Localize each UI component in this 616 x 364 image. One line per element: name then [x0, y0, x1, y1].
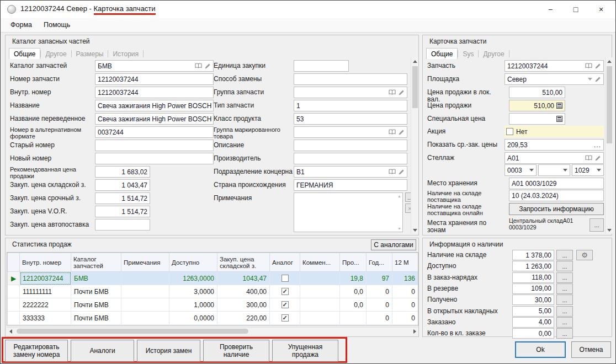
cell-available[interactable]: 1,0000 [169, 298, 217, 312]
field-input[interactable]: 12120037244 [95, 73, 214, 85]
shelf-combo[interactable] [538, 164, 570, 176]
field-input[interactable]: 10 (24.03.2024) [509, 190, 604, 201]
checkbox[interactable] [506, 128, 513, 135]
cell-year[interactable]: 0 [367, 298, 392, 312]
notes-memo[interactable]: ▲▼ [294, 192, 403, 232]
maximize-button[interactable]: □ [563, 1, 588, 18]
menu-item-help[interactable]: Помощь [44, 21, 70, 29]
field-input[interactable] [95, 140, 214, 151]
catalog-vscrollbar-up-icon[interactable] [411, 57, 419, 65]
cell-m0[interactable] [418, 312, 419, 325]
memo-scroll-up-icon[interactable]: ▲ [397, 194, 401, 198]
cell-num[interactable]: 333333 [20, 312, 71, 325]
field-input[interactable] [294, 140, 407, 151]
cell-year[interactable]: 0 [367, 285, 392, 298]
tab-sys[interactable]: Sys [458, 49, 478, 59]
field-input[interactable] [294, 126, 407, 138]
stats-hscrollbar[interactable] [7, 327, 418, 335]
column-header[interactable]: Закуп. цена складской з. [217, 253, 270, 272]
field-input[interactable]: ГЕРМАНИЯ [294, 179, 407, 191]
book-lookup-icon[interactable] [585, 63, 592, 69]
field-input[interactable] [95, 219, 150, 231]
field-input[interactable]: БМВ [95, 60, 214, 72]
pencil-edit-icon[interactable] [398, 89, 405, 96]
cell-available[interactable]: 0,0000 [169, 312, 217, 325]
field-input[interactable] [95, 153, 214, 164]
cell-year[interactable]: 97 [367, 272, 392, 285]
card-vscrollbar-up-icon[interactable] [606, 57, 613, 65]
cell-comment[interactable] [300, 312, 340, 325]
field-input[interactable]: 1 514,72 [95, 192, 150, 204]
cell-price[interactable]: 400,00 [217, 285, 270, 298]
availability-ellipsis-button[interactable]: ... [556, 283, 573, 294]
cell-notes[interactable] [121, 312, 169, 325]
shelf-combo[interactable]: 1029 [572, 164, 604, 176]
field-input[interactable]: Свеча зажигания High Power BOSCH [95, 113, 214, 125]
request-info-button[interactable]: Запросить информацию [509, 203, 604, 215]
availability-ellipsis-button[interactable]: ... [556, 261, 573, 271]
cell-num[interactable]: 12120037244 [20, 272, 71, 285]
table-row[interactable]: 2222222Почти БМВ1,0000300,00✓0,000 [8, 298, 419, 312]
dropdown-arrow-icon[interactable] [529, 169, 534, 172]
menu-item-forma[interactable]: Форма [10, 21, 32, 29]
field-input[interactable] [294, 153, 407, 164]
cell-available[interactable]: 3,0000 [169, 285, 217, 298]
cell-m12[interactable]: 0 [392, 285, 418, 298]
close-button[interactable]: × [588, 1, 614, 18]
field-input[interactable]: 1 683,02 [95, 166, 150, 178]
cell-pro[interactable]: 19,8 [340, 272, 367, 285]
field-input[interactable]: 12120037244 [95, 87, 214, 98]
column-header[interactable]: Коммен... [300, 253, 340, 272]
cell-m12[interactable]: 136 [392, 272, 418, 285]
tab-другое[interactable]: Другое [479, 49, 508, 59]
tab-история[interactable]: История [108, 49, 143, 59]
cell-pro[interactable]: 0,0 [340, 285, 367, 298]
pencil-edit-icon[interactable] [594, 155, 601, 162]
field-input[interactable]: 1 [294, 100, 407, 111]
column-header[interactable]: М - 0 [418, 253, 419, 272]
cell-m0[interactable] [418, 285, 419, 298]
cell-catalog[interactable]: Почти БМВ [71, 298, 121, 312]
tab-общие[interactable]: Общие [9, 48, 40, 59]
book-lookup-icon[interactable] [585, 155, 592, 161]
ellipsis-button[interactable]: ... [594, 141, 601, 149]
book-lookup-icon[interactable] [389, 169, 396, 175]
stats-hscroll-thumb[interactable] [17, 329, 248, 334]
analog-checkbox[interactable] [282, 275, 289, 282]
tab-размеры[interactable]: Размеры [72, 49, 108, 59]
availability-ellipsis-button[interactable]: ... [556, 250, 573, 260]
column-header[interactable]: Доступно [169, 253, 217, 272]
table-row[interactable]: 333333Почти БМВ0,0000220,00✓00 [8, 312, 419, 325]
card-vscrollbar-down-icon[interactable] [606, 226, 613, 234]
field-input[interactable]: 1 043,47 [95, 179, 150, 191]
cell-m0[interactable] [418, 298, 419, 312]
cell-pro[interactable] [340, 312, 367, 325]
dropdown-arrow-icon[interactable] [563, 169, 567, 172]
dropdown-arrow-icon[interactable] [588, 78, 592, 81]
catalog-vscrollbar-down-icon[interactable] [411, 226, 419, 234]
with-analogs-button[interactable]: С аналогами [371, 239, 416, 250]
scroll-right-arrow-icon[interactable] [411, 328, 418, 335]
table-row[interactable]: 111111111Почти БМВ3,0000400,00✓0,000 [8, 285, 419, 298]
cell-catalog[interactable]: БМВ [71, 272, 121, 285]
field-input[interactable] [294, 87, 407, 98]
cell-available[interactable]: 1263,0000 [169, 272, 217, 285]
action-button-1[interactable]: Редактировать замену номера [5, 340, 68, 362]
action-button-5[interactable]: Упущенная продажа [272, 340, 338, 362]
tab-общие[interactable]: Общие [426, 48, 458, 59]
minimize-button[interactable]: − [538, 1, 563, 18]
card-vscrollbar[interactable] [605, 57, 613, 234]
cell-num[interactable]: 111111111 [20, 285, 71, 298]
cell-price[interactable]: 220,00 [217, 312, 270, 325]
field-input[interactable] [509, 113, 565, 125]
cell-m12[interactable]: 0 [392, 312, 418, 325]
cell-analog[interactable] [270, 272, 300, 285]
column-header[interactable]: Год... [367, 253, 392, 272]
analog-checkbox[interactable]: ✓ [282, 301, 289, 308]
availability-ellipsis-button[interactable]: ... [556, 272, 573, 283]
cell-comment[interactable] [300, 285, 340, 298]
cell-pro[interactable]: 0,0 [340, 298, 367, 312]
availability-ellipsis-button[interactable]: ... [556, 306, 573, 317]
availability-gear-button[interactable]: ⚙ [576, 250, 593, 260]
memo-scroll-down-icon[interactable]: ▼ [397, 227, 401, 231]
